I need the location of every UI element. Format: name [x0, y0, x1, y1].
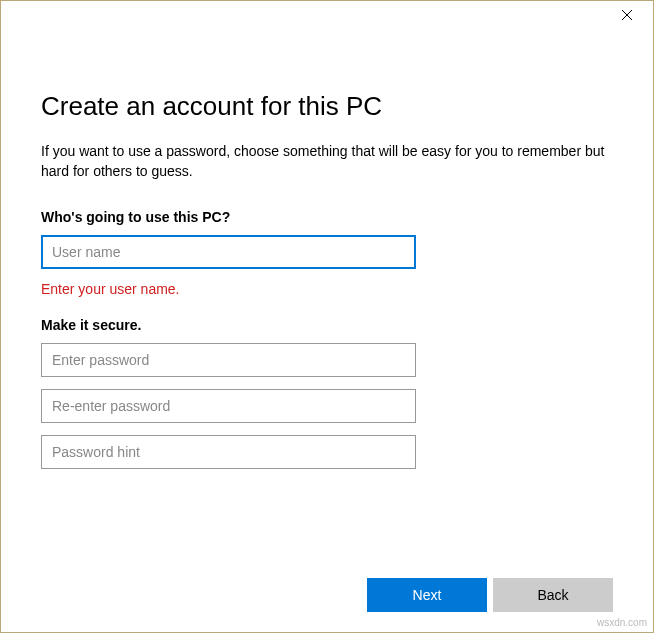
close-button[interactable]	[617, 6, 637, 26]
password-confirm-input[interactable]	[41, 389, 416, 423]
password-input[interactable]	[41, 343, 416, 377]
content-area: Create an account for this PC If you wan…	[1, 31, 653, 469]
username-input[interactable]	[41, 235, 416, 269]
titlebar	[1, 1, 653, 31]
secure-section-label: Make it secure.	[41, 317, 613, 333]
user-section-label: Who's going to use this PC?	[41, 209, 613, 225]
page-title: Create an account for this PC	[41, 91, 613, 122]
username-error: Enter your user name.	[41, 281, 613, 297]
watermark: wsxdn.com	[597, 617, 647, 628]
password-hint-input[interactable]	[41, 435, 416, 469]
page-description: If you want to use a password, choose so…	[41, 142, 613, 181]
back-button[interactable]: Back	[493, 578, 613, 612]
footer-buttons: Next Back	[367, 578, 613, 612]
next-button[interactable]: Next	[367, 578, 487, 612]
close-icon	[621, 7, 633, 25]
